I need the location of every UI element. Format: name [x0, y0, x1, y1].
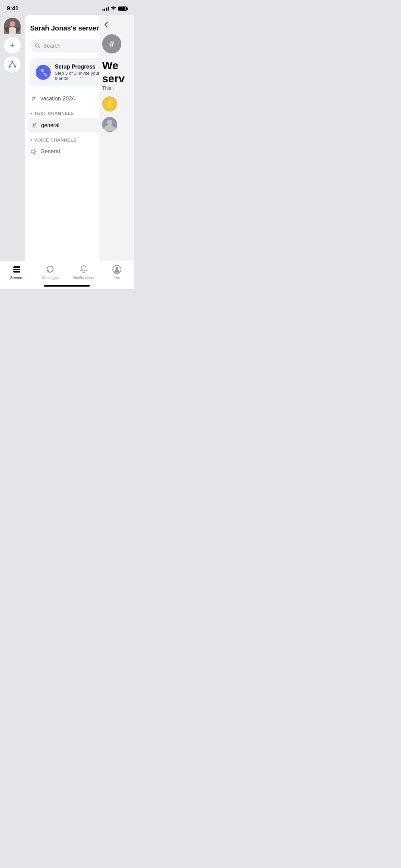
- back-button[interactable]: [102, 21, 131, 29]
- chevron-down-voice-icon: ▾: [30, 138, 32, 143]
- svg-rect-21: [13, 269, 20, 270]
- right-panel: # Weserv This i 🌟: [99, 15, 134, 261]
- svg-rect-3: [9, 27, 16, 34]
- notifications-tab-label: Notifications: [73, 276, 94, 280]
- add-server-button[interactable]: +: [4, 37, 21, 53]
- voice-channels-label: Voice Channels: [34, 137, 76, 143]
- servers-tab-label: Servers: [10, 276, 23, 280]
- status-icons: [102, 7, 127, 11]
- hierarchy-icon: [8, 60, 17, 69]
- setup-icon: [36, 65, 51, 80]
- messages-icon: [45, 265, 55, 274]
- chevron-down-icon: ▾: [30, 111, 32, 116]
- svg-point-5: [9, 65, 11, 68]
- text-channels-label: Text Channels: [34, 111, 74, 116]
- servers-icon: [12, 265, 22, 274]
- explore-servers-button[interactable]: [4, 56, 21, 73]
- notifications-tab-icon: [79, 265, 88, 274]
- speaker-icon: [30, 148, 37, 155]
- svg-point-6: [14, 65, 16, 68]
- server-avatar-image: [4, 18, 21, 34]
- svg-line-14: [44, 73, 47, 76]
- plus-icon: +: [10, 41, 15, 49]
- channel-hash-symbol: #: [109, 39, 114, 49]
- status-bar: 9:41: [0, 0, 134, 15]
- main-layout: + Sarah Jonas's server ···: [0, 15, 134, 261]
- tab-notifications[interactable]: Notifications: [67, 265, 100, 280]
- tab-servers[interactable]: Servers: [0, 265, 34, 280]
- messages-tab-label: Messages: [41, 276, 59, 280]
- tab-bar: Servers Messages Notifications: [0, 261, 134, 289]
- messages-tab-icon: [45, 265, 55, 274]
- back-arrow-icon: [102, 21, 110, 29]
- magic-wand-icon: [39, 68, 47, 76]
- hash-icon-general: #: [31, 121, 38, 129]
- server-sidebar: +: [0, 15, 25, 261]
- tab-you[interactable]: You: [100, 265, 134, 280]
- svg-point-4: [11, 61, 13, 63]
- svg-marker-17: [31, 149, 34, 154]
- user-avatar-image: [102, 117, 117, 132]
- user-server-avatar[interactable]: [4, 18, 21, 34]
- tab-messages[interactable]: Messages: [34, 265, 67, 280]
- signal-icon: [102, 7, 109, 11]
- welcome-description: This i: [102, 85, 131, 91]
- search-input-wrap[interactable]: Search: [30, 39, 110, 52]
- profile-icon: [112, 265, 122, 274]
- setup-title: Setup Progress: [55, 64, 100, 70]
- hash-icon: #: [30, 95, 37, 103]
- svg-rect-20: [13, 266, 20, 268]
- svg-point-25: [116, 267, 118, 270]
- svg-line-8: [12, 63, 15, 65]
- svg-point-19: [107, 120, 112, 125]
- svg-rect-22: [13, 271, 20, 273]
- vacation-channel-label: vacation-2024: [40, 96, 75, 102]
- you-tab-label: You: [114, 276, 120, 280]
- servers-tab-icon: [12, 265, 22, 274]
- svg-line-7: [10, 63, 12, 65]
- general-voice-channel-label: General: [40, 148, 60, 155]
- emoji-avatar: 🌟: [102, 96, 117, 111]
- general-text-channel-label: general: [41, 122, 59, 129]
- search-icon: [35, 43, 40, 49]
- svg-point-23: [47, 266, 53, 272]
- status-time: 9:41: [7, 5, 19, 12]
- svg-point-2: [10, 21, 15, 27]
- setup-text: Setup Progress Step 3 of 3: Invite your …: [55, 64, 100, 81]
- svg-line-10: [39, 47, 40, 48]
- you-tab-icon: [112, 265, 122, 274]
- bell-icon: [79, 265, 88, 274]
- user-avatar: [102, 117, 117, 132]
- welcome-heading: Weserv: [102, 59, 131, 85]
- setup-subtitle: Step 3 of 3: Invite your friends: [55, 71, 100, 81]
- welcome-text-partial: Weserv This i: [102, 59, 131, 91]
- wifi-icon: [111, 7, 116, 11]
- channel-big-icon: #: [102, 34, 121, 53]
- home-indicator: [44, 285, 90, 287]
- search-placeholder: Search: [43, 43, 61, 49]
- battery-icon: [118, 7, 127, 11]
